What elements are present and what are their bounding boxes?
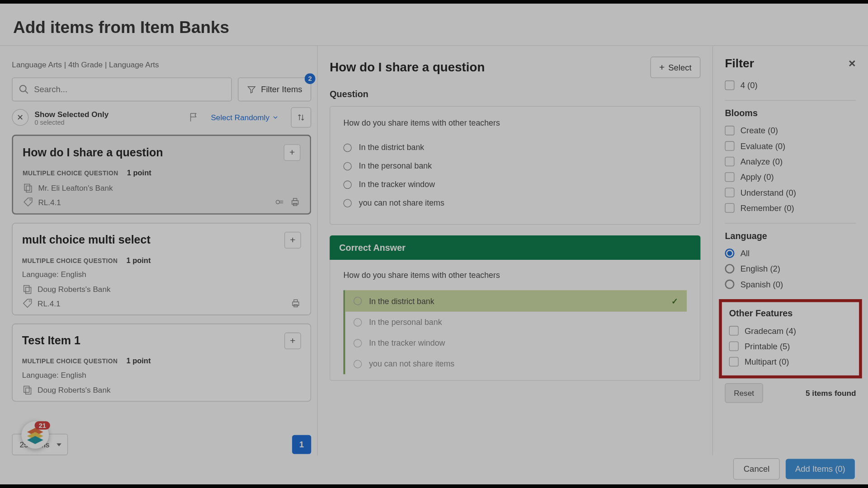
svg-rect-3	[26, 186, 32, 192]
filter-checkbox[interactable]: 4 (0)	[725, 78, 856, 93]
show-selected-label: Show Selected Only	[34, 109, 108, 118]
gradecam-icon	[274, 197, 285, 207]
bank-icon	[23, 183, 33, 193]
option-row[interactable]: you can not share items	[344, 194, 687, 212]
item-type: MULTIPLE CHOICE QUESTION	[23, 169, 118, 177]
filter-count-badge: 2	[305, 73, 316, 84]
cancel-button[interactable]: Cancel	[733, 458, 779, 479]
filter-title: Filter	[725, 56, 848, 70]
print-icon	[290, 197, 301, 207]
reset-button[interactable]: Reset	[725, 383, 763, 403]
item-title: mult choice multi select	[22, 234, 284, 247]
tag-icon	[22, 298, 33, 309]
filter-checkbox[interactable]: Apply (0)	[725, 169, 856, 185]
radio-icon	[354, 297, 362, 305]
option-row[interactable]: In the tracker window	[344, 175, 687, 194]
plus-icon: +	[659, 62, 665, 73]
filter-checkbox[interactable]: Analyze (0)	[725, 154, 856, 169]
item-card[interactable]: Test Item 1 + MULTIPLE CHOICE QUESTION 1…	[12, 324, 311, 402]
filter-checkbox[interactable]: Evaluate (0)	[725, 138, 856, 154]
add-item-button[interactable]: +	[284, 333, 301, 349]
close-filter-button[interactable]: ✕	[848, 58, 856, 69]
radio-icon	[354, 339, 362, 347]
radio-icon	[354, 318, 362, 326]
filter-items-label: Filter Items	[261, 84, 302, 94]
language-radio[interactable]: English (2)	[725, 261, 856, 277]
print-icon	[290, 298, 301, 309]
radio-icon	[344, 199, 352, 207]
notification-badge: 21	[34, 421, 50, 429]
filter-checkbox[interactable]: Multipart (0)	[729, 354, 852, 369]
svg-line-1	[25, 91, 28, 94]
add-item-button[interactable]: +	[284, 232, 301, 249]
filter-checkbox[interactable]: Gradecam (4)	[729, 323, 852, 338]
item-language: Language: English	[22, 270, 86, 279]
letterbox-top	[0, 0, 868, 4]
svg-rect-7	[293, 198, 297, 201]
item-bank: Doug Roberts's Bank	[38, 385, 110, 394]
page-number-button[interactable]: 1	[292, 435, 311, 454]
search-box[interactable]	[12, 78, 231, 102]
svg-marker-19	[27, 436, 43, 444]
selected-count: 0 selected	[34, 118, 108, 126]
item-card[interactable]: mult choice multi select + MULTIPLE CHOI…	[12, 223, 311, 315]
question-text: How do you share items with other teache…	[344, 118, 687, 127]
filter-panel: Filter ✕ 4 (0) Blooms Create (0) Evaluat…	[713, 46, 868, 455]
select-randomly-button[interactable]: Select Randomly	[211, 113, 279, 122]
radio-icon	[725, 249, 734, 258]
option-row[interactable]: In the district bank	[344, 138, 687, 157]
svg-point-4	[29, 199, 31, 201]
add-item-button[interactable]: +	[284, 144, 301, 161]
radio-icon	[344, 143, 352, 151]
bank-icon	[22, 284, 33, 295]
filter-items-button[interactable]: Filter Items 2	[238, 78, 311, 102]
language-radio[interactable]: All	[725, 245, 856, 261]
svg-rect-13	[294, 300, 297, 302]
option-row: In the tracker window	[345, 333, 687, 353]
radio-icon	[354, 360, 362, 368]
clear-selected-button[interactable]: ✕	[12, 109, 28, 126]
correct-option: In the district bank ✓	[345, 290, 687, 311]
option-row: you can not share items	[345, 353, 687, 374]
svg-rect-10	[26, 287, 31, 294]
funnel-icon	[247, 84, 256, 94]
svg-rect-12	[292, 302, 299, 305]
item-card[interactable]: How do I share a question + MULTIPLE CHO…	[12, 135, 311, 215]
sort-button[interactable]	[291, 107, 311, 127]
item-list-panel: Language Arts | 4th Grade | Language Art…	[0, 46, 318, 455]
question-section-heading: Question	[330, 89, 700, 99]
filter-checkbox[interactable]: Understand (0)	[725, 185, 856, 200]
other-features-heading: Other Features	[729, 308, 852, 318]
correct-answer-heading: Correct Answer	[330, 235, 700, 260]
blooms-heading: Blooms	[725, 108, 856, 118]
svg-point-5	[276, 200, 280, 204]
add-items-button[interactable]: Add Items (0)	[786, 459, 855, 479]
preview-title: How do I share a question	[330, 60, 650, 75]
search-icon	[19, 84, 29, 95]
main-columns: Language Arts | 4th Grade | Language Art…	[0, 45, 868, 455]
svg-rect-9	[24, 286, 29, 292]
other-features-highlight: Other Features Gradecam (4) Printable (5…	[719, 299, 862, 378]
select-button[interactable]: + Select	[650, 56, 700, 78]
divider	[725, 223, 856, 223]
divider	[725, 100, 856, 101]
page-title: Add items from Item Banks	[0, 4, 868, 45]
item-points: 1 point	[127, 169, 151, 177]
item-points: 1 point	[126, 357, 151, 365]
radio-icon	[344, 180, 352, 188]
dialog-footer: Cancel Add Items (0)	[0, 454, 868, 485]
svg-rect-15	[24, 386, 29, 393]
letterbox-bottom	[0, 484, 868, 488]
svg-rect-2	[24, 184, 30, 191]
sort-icon	[296, 113, 306, 122]
option-row[interactable]: In the personal bank	[344, 157, 687, 175]
search-input[interactable]	[34, 84, 225, 94]
preview-panel: How do I share a question + Select Quest…	[318, 46, 713, 455]
items-found-label: 5 items found	[806, 389, 856, 398]
radio-icon	[725, 280, 734, 289]
language-radio[interactable]: Spanish (0)	[725, 277, 856, 292]
filter-checkbox[interactable]: Create (0)	[725, 123, 856, 138]
item-bank: Doug Roberts's Bank	[38, 285, 110, 294]
filter-checkbox[interactable]: Remember (0)	[725, 200, 856, 216]
filter-checkbox[interactable]: Printable (5)	[729, 338, 852, 354]
